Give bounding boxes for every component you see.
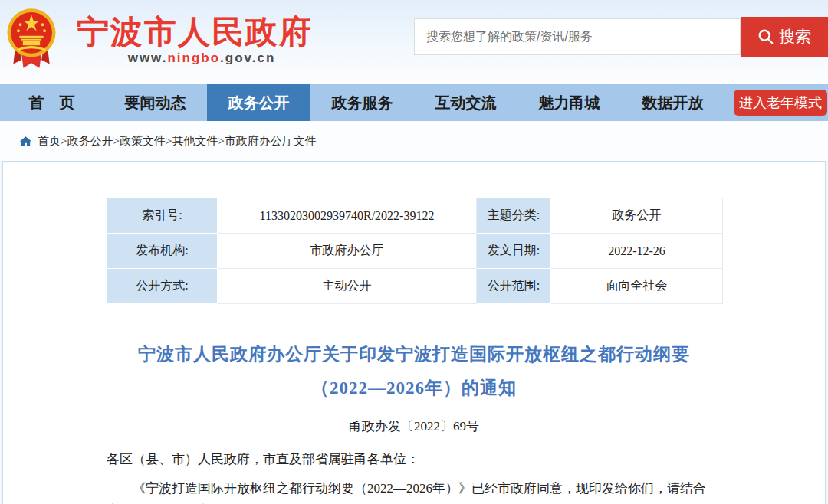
main-nav: 首 页 要闻动态 政务公开 政务服务 互动交流 魅力甬城 数据开放 进入老年模式 <box>0 84 828 121</box>
nav-item-charm-ningbo[interactable]: 魅力甬城 <box>518 84 621 121</box>
meta-label-date: 发文日期: <box>477 234 551 269</box>
home-icon <box>19 135 32 148</box>
table-row: 发布机构: 市政府办公厅 发文日期: 2022-12-26 <box>107 234 723 269</box>
meta-label-agency: 发布机构: <box>107 234 218 269</box>
meta-label-scope: 公开范围: <box>477 269 551 304</box>
nav-item-news[interactable]: 要闻动态 <box>104 84 207 121</box>
elder-mode-button[interactable]: 进入老年模式 <box>734 90 827 116</box>
table-row: 索引号: 11330203002939740R/2022-39122 主题分类:… <box>107 198 723 234</box>
national-emblem-icon <box>6 8 57 72</box>
nav-item-home[interactable]: 首 页 <box>0 84 104 121</box>
table-row: 公开方式: 主动公开 公开范围: 面向全社会 <box>107 269 723 304</box>
meta-value-topic: 政务公开 <box>551 198 723 234</box>
nav-item-gov-services[interactable]: 政务服务 <box>310 84 414 121</box>
search-button-label: 搜索 <box>779 26 811 47</box>
document-body: 《宁波打造国际开放枢纽之都行动纲要（2022—2026年）》已经市政府同意，现印… <box>107 478 718 504</box>
meta-label-index: 索引号: <box>107 198 218 234</box>
site-url-domain: ningbo <box>167 51 220 65</box>
nav-item-gov-disclosure[interactable]: 政务公开 <box>207 84 310 121</box>
meta-label-method: 公开方式: <box>107 269 218 304</box>
site-title: 宁波市人民政府 <box>77 11 313 54</box>
site-url-suffix: .gov.cn <box>220 51 275 65</box>
search-input[interactable] <box>414 18 741 55</box>
breadcrumb-bar: 首页>政务公开>政策文件>其他文件>市政府办公厅文件 <box>0 121 828 161</box>
document-card: 索引号: 11330203002939740R/2022-39122 主题分类:… <box>2 161 826 504</box>
nav-item-interaction[interactable]: 互动交流 <box>414 84 518 121</box>
document-salutation: 各区（县、市）人民政府，市直及部省属驻甬各单位： <box>107 450 718 468</box>
meta-value-scope: 面向全社会 <box>551 269 723 304</box>
search-bar: 搜索 <box>414 18 828 55</box>
site-header: 宁波市人民政府 www.ningbo.gov.cn 搜索 <box>0 0 828 84</box>
document-metadata-table: 索引号: 11330203002939740R/2022-39122 主题分类:… <box>107 198 723 304</box>
meta-label-topic: 主题分类: <box>477 198 551 234</box>
meta-value-agency: 市政府办公厅 <box>218 234 477 269</box>
nav-item-open-data[interactable]: 数据开放 <box>621 84 724 121</box>
document-number: 甬政办发〔2022〕69号 <box>3 417 825 435</box>
meta-value-index: 11330203002939740R/2022-39122 <box>218 198 477 234</box>
meta-value-date: 2022-12-26 <box>551 234 723 269</box>
meta-value-method: 主动公开 <box>218 269 477 304</box>
search-icon <box>757 28 774 45</box>
site-url-www: www. <box>128 51 168 65</box>
site-url: www.ningbo.gov.cn <box>90 51 313 66</box>
document-title: 宁波市人民政府办公厅关于印发宁波打造国际开放枢纽之都行动纲要（2022—2026… <box>111 338 717 405</box>
breadcrumb[interactable]: 首页>政务公开>政策文件>其他文件>市政府办公厅文件 <box>38 134 317 149</box>
search-button[interactable]: 搜索 <box>741 17 828 57</box>
